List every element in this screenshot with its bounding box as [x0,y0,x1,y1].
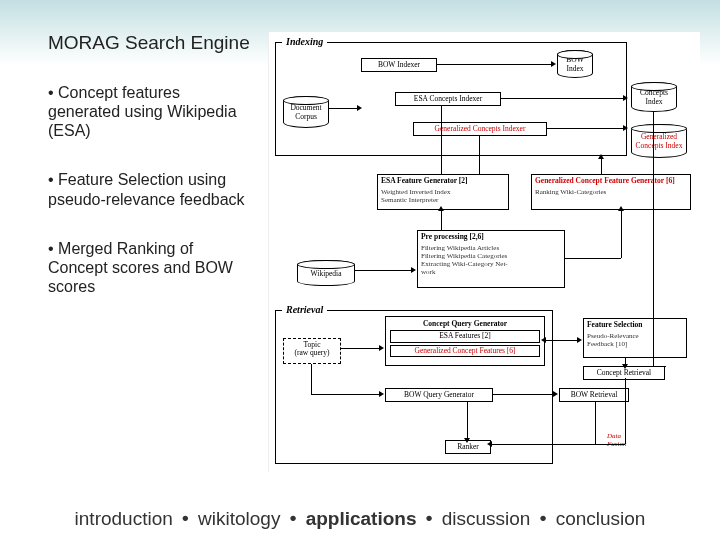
dot-icon: • [290,507,297,528]
footer-nav: introduction • wikitology • applications… [0,508,720,530]
bullet-1: Concept features generated using Wikiped… [48,83,250,141]
footer-item-introduction: introduction [75,508,173,529]
wikipedia-db: Wikipedia [297,260,355,286]
concept-query-generator: Concept Query Generator ESA Features [2]… [385,316,545,366]
bullet-3: Merged Ranking of Concept scores and BOW… [48,239,250,297]
data-fusion: Data Fusion [607,432,626,448]
gen-concept-feature-generator: Generalized Concept Feature Generator [6… [531,174,691,210]
document-corpus: Document Corpus [283,96,329,128]
concepts-index: Concepts Index [631,82,677,112]
gen-concepts-indexer: Generalized Concepts Indexer [413,122,547,136]
bow-indexer: BOW Indexer [361,58,437,72]
dot-icon: • [540,507,547,528]
preprocessing-sub: Filtering Wikipedia Articles Filtering W… [421,244,561,276]
footer-item-wikitology: wikitology [198,508,280,529]
footer-item-conclusion: conclusion [556,508,646,529]
retrieval-label: Retrieval [282,304,327,315]
feature-selection: Feature Selection Pseudo-Relevance Feedb… [583,318,687,358]
bow-query-generator: BOW Query Generator [385,388,493,402]
dot-icon: • [426,507,433,528]
indexing-label: Indexing [282,36,327,47]
preprocessing: Pre processing [2,6] Filtering Wikipedia… [417,230,565,288]
dot-icon: • [182,507,189,528]
esa-feature-generator-sub: Weighted Inverted Index Semantic Interpr… [381,188,505,204]
footer-item-applications: applications [306,508,417,529]
bullet-2: Feature Selection using pseudo-relevance… [48,170,250,208]
gen-concepts-index: Generalized Concepts Index [631,124,687,158]
architecture-diagram: Indexing Document Corpus BOW Indexer BOW… [268,32,700,472]
gen-concept-features: Generalized Concept Features [6] [390,345,540,357]
esa-feature-generator: ESA Feature Generator [2] Weighted Inver… [377,174,509,210]
feature-selection-sub: Pseudo-Relevance Feedback [10] [587,332,683,348]
esa-concepts-indexer: ESA Concepts Indexer [395,92,501,106]
slide-title: MORAG Search Engine [48,32,250,55]
topic: Topic (raw query) [283,338,341,364]
gen-concept-feature-generator-sub: Ranking Wiki-Categories [535,188,687,196]
esa-features: ESA Features [2] [390,330,540,342]
footer-item-discussion: discussion [442,508,531,529]
bow-retrieval: BOW Retrieval [559,388,629,402]
bow-index: BOW Index [557,50,593,78]
